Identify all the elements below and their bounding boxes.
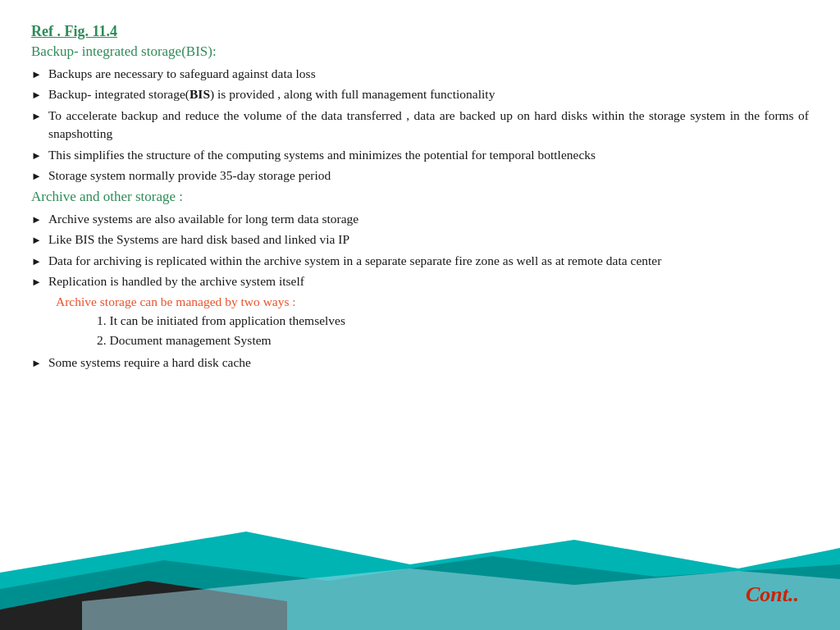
bullet-text: Archive systems are also available for l…	[48, 210, 809, 228]
list-item: ► Backups are necessary to safeguard aga…	[31, 65, 809, 83]
list-item: ► Archive systems are also available for…	[31, 210, 809, 228]
numbered-item: 2. Document management System	[97, 331, 809, 349]
ref-title: Ref . Fig. 11.4	[31, 23, 809, 40]
bullet-arrow: ►	[31, 88, 42, 103]
list-item: ► Data for archiving is replicated withi…	[31, 252, 809, 270]
bullet-text: Backups are necessary to safeguard again…	[48, 65, 809, 83]
bullet-text: Backup- integrated storage(BIS) is provi…	[48, 85, 809, 103]
list-item: ► Backup- integrated storage(BIS) is pro…	[31, 85, 809, 103]
list-item: ► Replication is handled by the archive …	[31, 272, 809, 290]
bullet-arrow: ►	[31, 109, 42, 125]
cont-label: Cont..	[746, 582, 799, 607]
bullet-arrow: ►	[31, 275, 42, 290]
bullet-arrow: ►	[31, 67, 42, 83]
bullet-text: To accelerate backup and reduce the volu…	[48, 107, 809, 144]
slide-content: Ref . Fig. 11.4 Backup- integrated stora…	[0, 0, 840, 391]
bis-section-header: Backup- integrated storage(BIS):	[31, 43, 809, 60]
list-item: ► To accelerate backup and reduce the vo…	[31, 107, 809, 144]
archive-numbered-list: 1. It can be initiated from application …	[97, 312, 809, 350]
bullet-arrow: ►	[31, 233, 42, 249]
list-item: ► Like BIS the Systems are hard disk bas…	[31, 231, 809, 249]
bullet-arrow: ►	[31, 212, 42, 228]
bullet-text: This simplifies the structure of the com…	[48, 146, 809, 164]
archive-sub-header: Archive storage can be managed by two wa…	[56, 294, 809, 309]
archive-section-header: Archive and other storage :	[31, 189, 809, 205]
bottom-decoration	[0, 523, 840, 630]
bullet-arrow: ►	[31, 254, 42, 270]
extra-bullet-list: ► Some systems require a hard disk cache	[31, 354, 809, 372]
bullet-text: Replication is handled by the archive sy…	[48, 272, 809, 290]
bullet-arrow: ►	[31, 169, 42, 185]
list-item: ► Some systems require a hard disk cache	[31, 354, 809, 372]
archive-bullet-list: ► Archive systems are also available for…	[31, 210, 809, 291]
list-item: ► Storage system normally provide 35-day…	[31, 167, 809, 185]
bullet-arrow: ►	[31, 356, 42, 372]
bis-bullet-list: ► Backups are necessary to safeguard aga…	[31, 65, 809, 185]
bullet-text: Data for archiving is replicated within …	[48, 252, 809, 270]
numbered-item: 1. It can be initiated from application …	[97, 312, 809, 330]
bullet-text: Some systems require a hard disk cache	[48, 354, 809, 372]
bullet-text: Storage system normally provide 35-day s…	[48, 167, 809, 185]
list-item: ► This simplifies the structure of the c…	[31, 146, 809, 164]
bullet-arrow: ►	[31, 148, 42, 164]
bullet-text: Like BIS the Systems are hard disk based…	[48, 231, 809, 249]
